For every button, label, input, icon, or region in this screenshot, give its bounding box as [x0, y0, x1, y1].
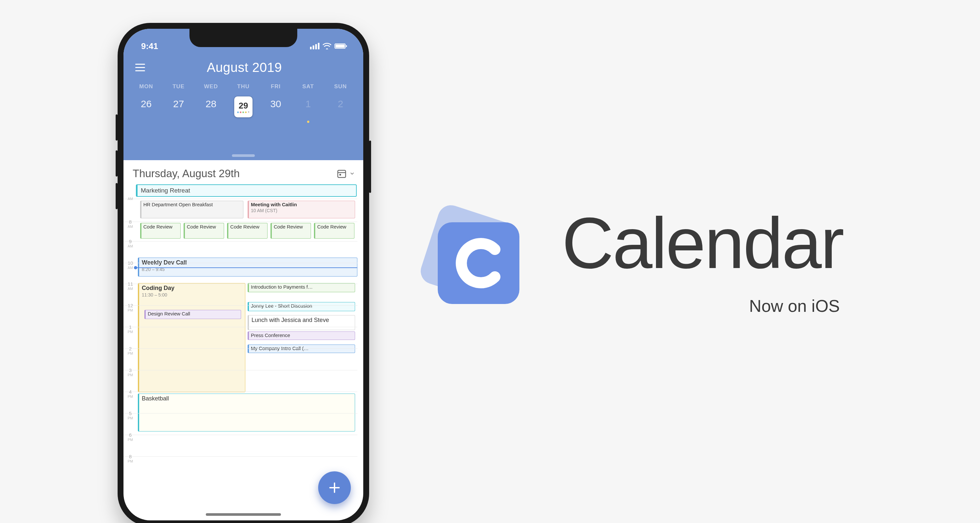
event-code-review[interactable]: Code Review [184, 223, 224, 239]
date-cell[interactable]: 1 [292, 96, 325, 125]
phone-screen: 9:41 August 2019 [124, 29, 363, 520]
phone-frame: 9:41 August 2019 [118, 23, 369, 523]
phone-notch [189, 29, 297, 47]
event-lunch[interactable]: Lunch with Jessica and Steve [248, 315, 355, 330]
hour-label: AM [126, 196, 135, 201]
event-company-intro[interactable]: My Company Intro Call (… [248, 344, 355, 353]
event-weekly-dev[interactable]: Weekly Dev Call8:20 – 9:45 [138, 258, 357, 277]
hour-label: 6PM [126, 432, 135, 442]
hour-row: 5PM [124, 413, 357, 413]
hour-label: 12PM [126, 303, 135, 312]
hour-label: 10AM [126, 260, 135, 269]
phone-mockup: 9:41 August 2019 [118, 23, 369, 523]
hour-label: 11AM [126, 281, 135, 290]
hour-row: 10AM [124, 263, 357, 263]
weekday-label: THU [227, 83, 259, 90]
hour-row: 9AM [124, 241, 357, 242]
svg-rect-1 [336, 45, 345, 48]
date-cell[interactable]: 2 [325, 96, 357, 125]
event-jonny-lee[interactable]: Jonny Lee - Short Discusion [248, 302, 355, 311]
svg-rect-2 [346, 45, 347, 47]
current-time-indicator [136, 267, 357, 268]
event-code-review[interactable]: Code Review [140, 223, 181, 239]
chevron-down-icon [350, 172, 354, 175]
selected-date: 29+ [234, 96, 253, 117]
hour-label: 2PM [126, 346, 135, 355]
event-basketball[interactable]: Basketball [138, 394, 355, 432]
status-icons [310, 43, 348, 49]
page-root: 9:41 August 2019 [0, 0, 980, 523]
hour-row: 8PM [124, 456, 357, 457]
hour-row: 1PM [124, 327, 357, 327]
hour-row: 4PM [124, 392, 357, 392]
all-day-event[interactable]: Marketing Retreat [136, 184, 357, 197]
marketing-block: Calendar Now on iOS [425, 0, 843, 523]
wifi-icon [323, 43, 331, 49]
event-design-review[interactable]: Design Review Call [145, 310, 241, 319]
hour-label: 8PM [126, 454, 135, 463]
date-cell[interactable]: 30 [260, 96, 292, 125]
header-title-row: August 2019 [124, 54, 363, 75]
hour-label: 9AM [126, 239, 135, 248]
weekday-label: TUE [162, 83, 195, 90]
event-code-review[interactable]: Code Review [227, 223, 267, 239]
date-number: 27 [173, 98, 184, 110]
events-layer: HR Department Open BreakfastMeeting with… [138, 199, 357, 520]
event-coding-day[interactable]: Coding Day11:30 – 5:00 [138, 283, 245, 392]
weekday-label: SAT [292, 83, 325, 90]
date-number: 30 [270, 98, 281, 110]
event-meeting-caitlin[interactable]: Meeting with Caitlin10 AM (CST) [248, 201, 355, 218]
hour-label: 8AM [126, 219, 135, 228]
month-title[interactable]: August 2019 [135, 60, 353, 75]
weekday-row: MONTUEWEDTHUFRISATSUN [124, 75, 363, 90]
home-indicator[interactable] [206, 513, 281, 516]
signal-icon [310, 43, 320, 49]
drag-handle-icon[interactable] [232, 154, 255, 157]
day-label: Thursday, August 29th [133, 167, 240, 180]
date-row: 26272829+3012 [124, 90, 363, 125]
hour-row: 6PM [124, 435, 357, 435]
date-cell[interactable]: 28 [195, 96, 227, 125]
svg-rect-3 [338, 170, 345, 177]
date-number: 2 [338, 98, 343, 110]
hour-label: 5PM [126, 411, 135, 420]
brand-subtitle: Now on iOS [749, 296, 840, 316]
date-cell[interactable]: 29+ [227, 96, 259, 125]
hour-label: 1PM [126, 325, 135, 334]
calendar-view-icon [337, 168, 348, 179]
weekday-label: FRI [260, 83, 292, 90]
weekday-label: WED [195, 83, 227, 90]
weekday-label: MON [130, 83, 162, 90]
date-cell[interactable]: 27 [162, 96, 195, 125]
event-dot-icon [307, 121, 309, 123]
event-intro-payments[interactable]: Introduction to Payments f… [248, 283, 355, 292]
all-day-event-title: Marketing Retreat [141, 187, 190, 194]
event-press-conference[interactable]: Press Conference [248, 332, 355, 340]
hour-label: 3PM [126, 368, 135, 377]
svg-rect-5 [339, 174, 341, 175]
day-grid[interactable]: HR Department Open BreakfastMeeting with… [124, 199, 363, 520]
event-hr-breakfast[interactable]: HR Department Open Breakfast [140, 201, 243, 218]
logo-card [438, 222, 519, 304]
hour-row: 2PM [124, 348, 357, 349]
brand-word: Calendar [562, 207, 843, 279]
event-code-review[interactable]: Code Review [270, 223, 311, 239]
hour-row: 12PM [124, 305, 357, 306]
app-header: 9:41 August 2019 [124, 29, 363, 160]
add-event-button[interactable] [318, 471, 351, 504]
event-code-review[interactable]: Code Review [314, 223, 355, 239]
hour-row: AM [124, 199, 357, 199]
status-time: 9:41 [141, 41, 158, 51]
brand-text: Calendar Now on iOS [562, 207, 843, 316]
battery-icon [334, 43, 348, 49]
date-cell[interactable]: 26 [130, 96, 162, 125]
logo-c-icon [449, 234, 508, 293]
hour-row: 8AM [124, 222, 357, 222]
day-subheader: Thursday, August 29th [124, 160, 363, 184]
view-switch-button[interactable] [337, 168, 354, 179]
plus-icon [327, 480, 342, 496]
hour-row: 11AM [124, 284, 357, 284]
date-number: 1 [305, 98, 311, 110]
date-number: 26 [141, 98, 151, 110]
hour-label: 4PM [126, 389, 135, 399]
